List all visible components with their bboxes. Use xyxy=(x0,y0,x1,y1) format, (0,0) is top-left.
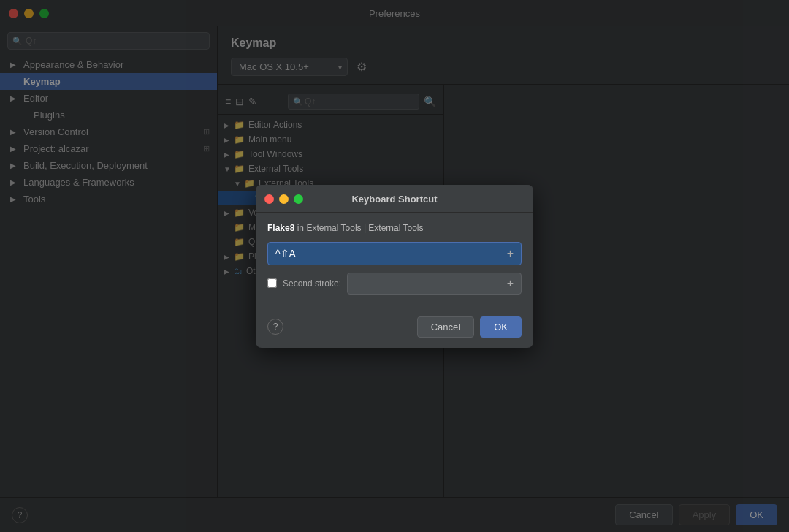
second-stroke-label: Second stroke: xyxy=(283,278,341,289)
modal-body: Flake8 in External Tools | External Tool… xyxy=(256,213,533,309)
modal-footer: ? Cancel OK xyxy=(256,309,533,348)
modal-footer-right: Cancel OK xyxy=(417,316,522,338)
modal-title: Keyboard Shortcut xyxy=(351,194,437,205)
modal-close-button[interactable] xyxy=(264,194,274,204)
modal-overlay[interactable]: Keyboard Shortcut Flake8 in External Too… xyxy=(0,0,789,532)
second-stroke-field[interactable]: + xyxy=(347,273,522,294)
modal-help-button[interactable]: ? xyxy=(267,319,283,335)
shortcut-value: ^⇧A xyxy=(275,248,507,259)
modal-ok-button[interactable]: OK xyxy=(480,316,522,338)
second-stroke-row: Second stroke: + xyxy=(267,273,522,294)
modal-cancel-button[interactable]: Cancel xyxy=(417,316,474,338)
keyboard-shortcut-modal: Keyboard Shortcut Flake8 in External Too… xyxy=(256,185,533,348)
second-stroke-input[interactable] xyxy=(355,278,507,289)
second-stroke-add-icon[interactable]: + xyxy=(507,277,514,290)
modal-subtitle-item: Flake8 xyxy=(267,223,294,233)
shortcut-add-icon[interactable]: + xyxy=(507,247,514,260)
second-stroke-checkbox[interactable] xyxy=(267,278,277,288)
modal-minimize-button[interactable] xyxy=(279,194,289,204)
modal-subtitle-in: in xyxy=(297,223,307,233)
modal-window-controls xyxy=(264,194,303,204)
modal-maximize-button[interactable] xyxy=(294,194,303,204)
modal-header: Keyboard Shortcut xyxy=(256,185,533,213)
modal-subtitle: Flake8 in External Tools | External Tool… xyxy=(267,223,522,233)
shortcut-field[interactable]: ^⇧A + xyxy=(267,242,522,265)
modal-subtitle-path: External Tools | External Tools xyxy=(306,223,423,233)
